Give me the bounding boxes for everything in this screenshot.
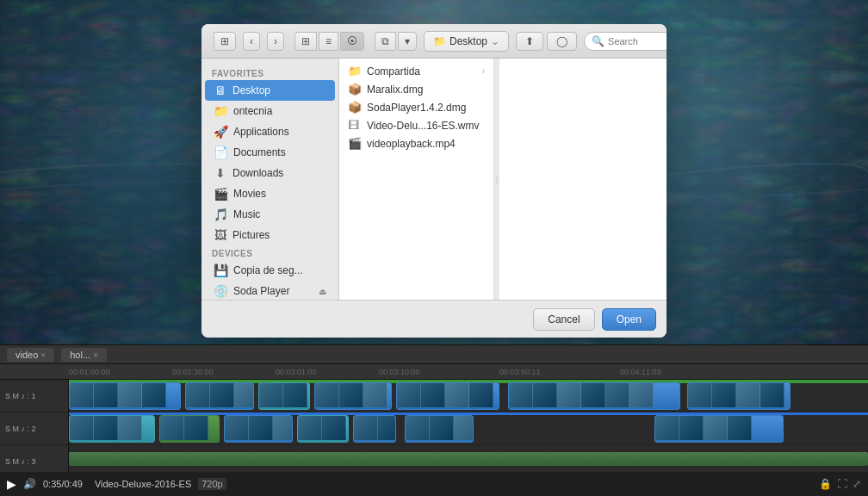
timeline-header: video × hol... × (0, 345, 868, 364)
dialog-titlebar: ⊞ ‹ › ⊞ ≡ ⦿ ⧉ ▾ 📁 Desktop ⌄ ⬆ (202, 24, 666, 59)
tag-btn[interactable]: ◯ (547, 32, 577, 51)
file-name-sodaplayer: SodaPlayer1.4.2.dmg (367, 102, 466, 114)
back-btn[interactable]: ‹ (243, 32, 260, 51)
track-content-1[interactable] (69, 380, 868, 412)
clip-2b[interactable] (159, 415, 220, 443)
icon-view-btn[interactable]: ⊞ (294, 32, 317, 51)
ruler-mark-2: 00:03:01:00 (276, 368, 317, 376)
playback-bar: ▶ 🔊 0:35/0:49 Video-Deluxe-2016-ES 720p … (0, 472, 868, 496)
clip-2e[interactable] (353, 415, 396, 443)
clip-1d[interactable] (314, 382, 392, 410)
resolution-badge: 720p (198, 478, 226, 490)
clip-2c[interactable] (224, 415, 293, 443)
track-row-2: S M ♪ : 2 (0, 412, 868, 445)
clip-2d[interactable] (297, 415, 349, 443)
location-dropdown[interactable]: 📁 Desktop ⌄ (424, 31, 509, 52)
thumb-strip-2d (298, 416, 346, 442)
coverflow-group: ⧉ ▾ (375, 32, 417, 51)
sidebar-item-soda[interactable]: 💿 Soda Player ⏏ (205, 281, 335, 300)
file-list: 📁 Compartida › 📦 Maralix.dmg 📦 SodaPlaye… (339, 59, 666, 300)
volume-icon[interactable]: 🔊 (23, 478, 36, 490)
clip-2a[interactable] (69, 415, 155, 443)
expand-icon[interactable]: ⤢ (852, 478, 861, 490)
search-input[interactable] (608, 36, 666, 46)
documents-icon: 📄 (214, 146, 228, 159)
sidebar-item-ontecnia[interactable]: 📁 ontecnia (205, 101, 335, 121)
file-item-compartida[interactable]: 📁 Compartida › (339, 62, 493, 80)
file-item-wmv[interactable]: 🎞 Video-Delu...16-ES.wmv (339, 116, 493, 134)
clip-1c[interactable] (258, 382, 310, 410)
eject-icon[interactable]: ⏏ (319, 287, 326, 296)
sidebar-item-downloads[interactable]: ⬇ Downloads (205, 163, 335, 183)
search-box[interactable]: 🔍 (584, 32, 666, 51)
file-item-sodaplayer[interactable]: 📦 SodaPlayer1.4.2.dmg (339, 98, 493, 116)
audio-tab[interactable]: hol... × (61, 348, 107, 362)
sidebar-item-music[interactable]: 🎵 Music (205, 204, 335, 225)
file-name-maralix: Maralix.dmg (367, 84, 423, 96)
applications-icon: 🚀 (214, 125, 228, 139)
forward-btn[interactable]: › (267, 32, 284, 51)
sidebar-item-soda-label: Soda Player (233, 285, 289, 297)
arrange-btn[interactable]: ▾ (398, 32, 417, 51)
thumb-strip-2c (225, 416, 292, 442)
file-item-mp4[interactable]: 🎬 videoplayback.mp4 (339, 134, 493, 152)
track-content-2[interactable] (69, 412, 868, 444)
video-tab[interactable]: video × (7, 348, 54, 362)
thumb-strip-2e (354, 416, 395, 442)
pictures-icon: 🖼 (214, 228, 227, 242)
downloads-icon: ⬇ (214, 166, 227, 180)
folder-icon: 📁 (433, 35, 446, 47)
open-button[interactable]: Open (602, 308, 656, 331)
thumb-strip-1d (315, 383, 388, 409)
cancel-button[interactable]: Cancel (533, 308, 594, 331)
lock-icon[interactable]: 🔒 (819, 478, 832, 490)
clip-2g[interactable] (654, 415, 784, 443)
thumb-strip-1g (688, 383, 784, 409)
dialog-overlay: ⊞ ‹ › ⊞ ≡ ⦿ ⧉ ▾ 📁 Desktop ⌄ ⬆ (0, 0, 868, 344)
video-tab-close[interactable]: × (40, 350, 46, 360)
ruler-mark-4: 00:03:50:11 (499, 368, 541, 376)
sidebar-item-desktop[interactable]: 🖥 Desktop (205, 80, 335, 101)
backup-icon: 💾 (214, 264, 228, 277)
total-time: 0:49 (64, 479, 82, 489)
search-icon: 🔍 (592, 35, 604, 47)
clip-1f[interactable] (508, 382, 680, 410)
ruler-mark-0: 00:01:00:00 (69, 368, 110, 376)
play-button[interactable]: ▶ (7, 477, 16, 491)
ruler-mark-3: 00:03:10:00 (379, 368, 420, 376)
file-item-maralix[interactable]: 📦 Maralix.dmg (339, 80, 493, 98)
sidebar-item-pictures[interactable]: 🖼 Pictures (205, 225, 335, 245)
column-view-btn[interactable]: ⦿ (340, 32, 364, 51)
track-label-2: S M ♪ : 2 (0, 412, 69, 444)
file-name-compartida: Compartida (367, 65, 420, 78)
timeline-ruler: 00:01:00:00 00:02:30:00 00:03:01:00 00:0… (0, 364, 868, 380)
coverflow-btn[interactable]: ⧉ (375, 32, 396, 51)
sidebar: Favorites 🖥 Desktop 📁 ontecnia 🚀 Applica… (202, 59, 339, 300)
thumb-strip-2b (160, 416, 208, 442)
sidebar-item-applications[interactable]: 🚀 Applications (205, 121, 335, 142)
clip-1e[interactable] (396, 382, 499, 410)
ruler-mark-5: 00:04:11:03 (620, 368, 661, 376)
soda-icon: 💿 (214, 284, 228, 298)
sidebar-item-movies[interactable]: 🎬 Movies (205, 183, 335, 204)
thumb-strip-1b (186, 383, 253, 409)
thumb-strip-2a (70, 416, 142, 442)
sidebar-item-pictures-label: Pictures (232, 229, 270, 241)
arrow-compartida: › (482, 66, 485, 76)
current-time: 0:35 (43, 479, 61, 489)
list-view-btn[interactable]: ≡ (319, 32, 338, 51)
share-btn[interactable]: ⬆ (516, 32, 543, 51)
sidebar-item-backup[interactable]: 💾 Copia de seg... (205, 260, 335, 281)
audio-waveform-3 (69, 452, 868, 466)
view-sidebar-btn[interactable]: ⊞ (214, 32, 236, 51)
sidebar-item-documents[interactable]: 📄 Documents (205, 142, 335, 163)
view-mode-group: ⊞ ≡ ⦿ (294, 32, 364, 51)
clip-2f[interactable] (405, 415, 474, 443)
music-icon: 🎵 (214, 208, 228, 221)
clip-1g[interactable] (687, 382, 790, 410)
audio-tab-close[interactable]: × (93, 350, 98, 360)
clip-1b[interactable] (185, 382, 254, 410)
clip-1a[interactable] (69, 382, 181, 410)
fullscreen-icon[interactable]: ⛶ (837, 478, 847, 490)
thumb-strip-2g (655, 416, 752, 442)
